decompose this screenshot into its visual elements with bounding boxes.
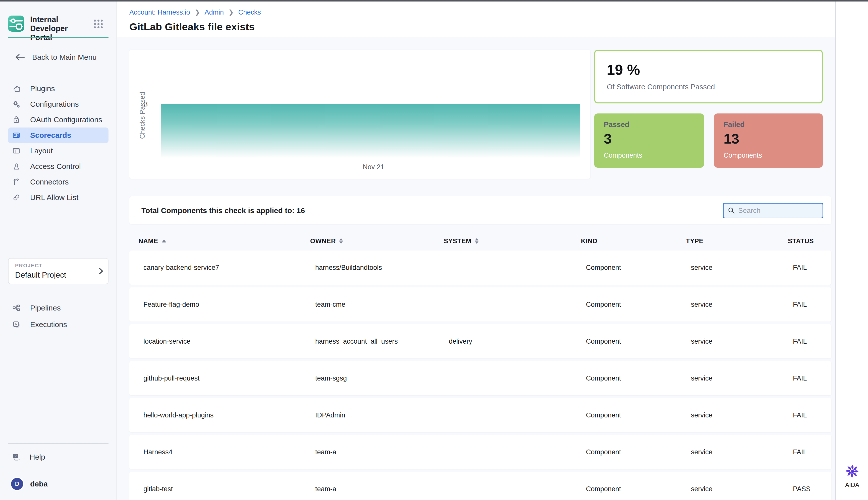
table-row[interactable]: canary-backend-service7 harness/Buildand… bbox=[129, 250, 831, 285]
right-rail: AIDA bbox=[835, 1, 868, 500]
cell-kind: Component bbox=[586, 485, 691, 493]
breadcrumb: Account: Harness.io ❯ Admin ❯ Checks bbox=[129, 9, 261, 16]
sort-both-icon bbox=[339, 238, 343, 244]
cell-name: gitlab-test bbox=[143, 485, 315, 493]
sidebar: Internal Developer Portal Back to Main M… bbox=[0, 1, 116, 500]
failed-label: Failed bbox=[724, 121, 745, 129]
project-name: Default Project bbox=[15, 271, 66, 280]
cell-kind: Component bbox=[586, 338, 691, 345]
brand-accent-rule bbox=[8, 37, 109, 38]
chart-y-axis-label: Checks Passed bbox=[138, 83, 146, 148]
connector-icon bbox=[12, 178, 21, 186]
cell-status: FAIL bbox=[793, 264, 831, 272]
person-icon bbox=[12, 162, 21, 171]
back-to-main-menu-label: Back to Main Menu bbox=[32, 53, 97, 61]
cell-kind: Component bbox=[586, 301, 691, 308]
table-row[interactable]: github-pull-request team-sgsg Component … bbox=[129, 361, 831, 395]
cell-owner: team-cme bbox=[315, 301, 449, 308]
cell-name: hello-world-app-plugins bbox=[143, 411, 315, 419]
user-name: deba bbox=[30, 480, 48, 488]
chevron-right-icon: ❯ bbox=[194, 9, 200, 16]
cell-owner: team-sgsg bbox=[315, 375, 449, 382]
help-label: Help bbox=[30, 453, 45, 461]
chevron-right-icon bbox=[99, 267, 103, 275]
layout-icon bbox=[12, 147, 21, 155]
column-header-type: TYPE bbox=[686, 237, 788, 245]
sidebar-item-connectors[interactable]: Connectors bbox=[8, 174, 109, 190]
cell-system: delivery bbox=[449, 338, 586, 345]
cell-type: service bbox=[691, 448, 793, 456]
cell-owner: team-a bbox=[315, 485, 449, 493]
column-header-owner[interactable]: OWNER bbox=[310, 237, 444, 245]
breadcrumb-checks-link[interactable]: Checks bbox=[238, 9, 261, 16]
project-menu: Pipelines Executions bbox=[8, 300, 109, 333]
aida-button[interactable]: AIDA bbox=[836, 463, 868, 488]
breadcrumb-account-link[interactable]: Account: Harness.io bbox=[129, 9, 190, 16]
failed-caption: Components bbox=[724, 151, 762, 159]
cell-type: service bbox=[691, 338, 793, 345]
table-header: NAME OWNER SYSTEM KIND TYPE STATUS bbox=[129, 235, 831, 248]
percent-passed-value: 19 % bbox=[607, 61, 640, 78]
svg-text:?: ? bbox=[14, 454, 16, 458]
cell-kind: Component bbox=[586, 375, 691, 382]
page-title: GitLab Gitleaks file exists bbox=[129, 21, 255, 33]
sort-asc-icon bbox=[162, 239, 166, 242]
sidebar-item-configurations[interactable]: Configurations bbox=[8, 96, 109, 112]
sidebar-item-pipelines[interactable]: Pipelines bbox=[8, 300, 109, 316]
cell-kind: Component bbox=[586, 411, 691, 419]
project-selector[interactable]: PROJECT Default Project bbox=[8, 258, 109, 284]
table-row[interactable]: gitlab-test team-a Component service PAS… bbox=[129, 472, 831, 500]
components-table: canary-backend-service7 harness/Buildand… bbox=[129, 250, 831, 500]
table-row[interactable]: Feature-flag-demo team-cme Component ser… bbox=[129, 287, 831, 321]
cell-type: service bbox=[691, 264, 793, 272]
breadcrumb-admin-link[interactable]: Admin bbox=[204, 9, 224, 16]
cell-owner: team-a bbox=[315, 448, 449, 456]
sidebar-item-scorecards[interactable]: Scorecards bbox=[8, 127, 109, 143]
chart-x-tick: Nov 21 bbox=[348, 163, 399, 171]
sidebar-menu: Plugins Configurations bbox=[8, 81, 109, 205]
back-to-main-menu-button[interactable]: Back to Main Menu bbox=[8, 51, 109, 64]
project-label: PROJECT bbox=[15, 263, 43, 269]
table-row[interactable]: hello-world-app-plugins IDPAdmin Compone… bbox=[129, 398, 831, 432]
cell-status: FAIL bbox=[793, 411, 831, 419]
aida-label: AIDA bbox=[836, 481, 868, 488]
main-content: Account: Harness.io ❯ Admin ❯ Checks Git… bbox=[117, 1, 835, 500]
sidebar-item-access-control[interactable]: Access Control bbox=[8, 159, 109, 174]
cell-name: github-pull-request bbox=[143, 375, 315, 382]
column-header-system[interactable]: SYSTEM bbox=[444, 237, 581, 245]
cell-status: FAIL bbox=[793, 301, 831, 308]
search-input[interactable] bbox=[738, 207, 821, 215]
table-row[interactable]: Harness4 team-a Component service FAIL bbox=[129, 435, 831, 469]
cell-name: Feature-flag-demo bbox=[143, 301, 315, 308]
sidebar-item-executions[interactable]: Executions bbox=[8, 316, 109, 333]
passed-components-card: Passed 3 Components bbox=[594, 113, 704, 168]
cell-type: service bbox=[691, 485, 793, 493]
sidebar-item-plugins[interactable]: Plugins bbox=[8, 81, 109, 96]
executions-icon bbox=[12, 320, 21, 329]
table-row[interactable]: location-service harness_account_all_use… bbox=[129, 324, 831, 359]
cell-name: canary-backend-service7 bbox=[143, 264, 315, 272]
aida-flower-icon bbox=[844, 463, 860, 479]
user-menu[interactable]: D deba bbox=[8, 477, 109, 490]
cell-status: PASS bbox=[793, 485, 831, 493]
passed-label: Passed bbox=[604, 121, 630, 129]
search-box[interactable] bbox=[723, 203, 823, 218]
search-icon bbox=[727, 207, 735, 214]
cell-name: location-service bbox=[143, 338, 315, 345]
failed-components-card: Failed 13 Components bbox=[714, 113, 823, 168]
column-header-name[interactable]: NAME bbox=[138, 237, 310, 245]
pipeline-icon bbox=[12, 304, 21, 312]
sidebar-item-url-allow-list[interactable]: URL Allow List bbox=[8, 190, 109, 205]
help-button[interactable]: ? Help bbox=[8, 450, 109, 464]
sidebar-item-layout[interactable]: Layout bbox=[8, 143, 109, 159]
avatar: D bbox=[11, 478, 23, 490]
arrow-left-icon bbox=[15, 54, 25, 61]
lock-icon bbox=[12, 115, 21, 124]
percent-passed-card: 19 % Of Software Components Passed bbox=[594, 50, 823, 103]
cell-owner: harness_account_all_users bbox=[315, 338, 449, 345]
sidebar-item-oauth-configurations[interactable]: OAuth Configurations bbox=[8, 112, 109, 127]
cell-type: service bbox=[691, 375, 793, 382]
app-switcher-icon[interactable] bbox=[94, 20, 103, 29]
cell-status: FAIL bbox=[793, 448, 831, 456]
checks-passed-chart: Checks Passed 3 Nov 21 bbox=[129, 50, 590, 179]
